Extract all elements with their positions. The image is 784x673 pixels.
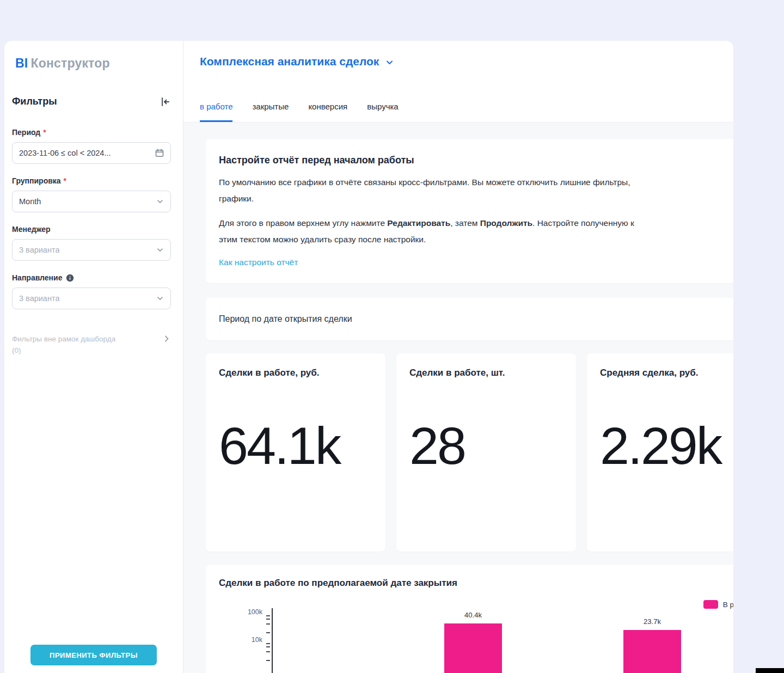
kpi-title: Средняя сделка, руб. — [600, 368, 733, 378]
calendar-icon — [155, 149, 164, 157]
chevron-down-icon — [385, 58, 394, 66]
field-label-direction: Направление — [12, 273, 171, 282]
bar-chart-plot: 100k10k40.4k23.7k — [219, 605, 733, 673]
tab-closed[interactable]: закрытые — [252, 102, 289, 122]
chart-title: Сделки в работе по предполагаемой дате з… — [219, 578, 733, 589]
notice-p2-bold-continue: Продолжить — [480, 218, 532, 228]
y-axis-minor-tick — [266, 646, 270, 647]
kpi-value: 64.1k — [219, 415, 372, 476]
period-date-input[interactable]: 2023-11-06 ≤ col < 2024... — [12, 142, 171, 164]
chevron-down-icon — [156, 295, 164, 302]
field-label-grouping: Группировка * — [12, 176, 171, 185]
kpi-card-deals-count: Сделки в работе, шт. 28 — [396, 353, 576, 552]
notice-p2-text: . Настройте полученную к — [532, 218, 634, 228]
main-area: Комплексная аналитика сделок в работе за… — [183, 41, 733, 673]
y-axis-tick-label: 10k — [219, 636, 262, 644]
field-period: Период * 2023-11-06 ≤ col < 2024... — [12, 128, 171, 164]
direction-select[interactable]: 3 варианта — [12, 287, 171, 309]
manager-select[interactable]: 3 варианта — [12, 239, 171, 261]
kpi-title: Сделки в работе, шт. — [409, 368, 563, 378]
app-window: BIКонструктор Фильтры Период * — [4, 41, 733, 673]
chart-bar[interactable] — [444, 623, 502, 673]
field-label-period: Период * — [12, 128, 171, 137]
kpi-card-deals-rub: Сделки в работе, руб. 64.1k — [206, 353, 385, 552]
chevron-right-icon — [162, 334, 171, 343]
notice-p2-bold-edit: Редактировать — [387, 218, 450, 228]
chevron-down-icon — [156, 198, 164, 205]
tab-conversion[interactable]: конверсия — [308, 102, 347, 122]
required-asterisk: * — [43, 128, 46, 137]
manager-placeholder-value: 3 варианта — [19, 246, 59, 254]
notice-paragraph-2: Для этого в правом верхнем углу нажмите … — [219, 215, 733, 248]
field-direction: Направление 3 варианта — [12, 273, 171, 309]
filters-sidebar: BIКонструктор Фильтры Период * — [4, 41, 183, 673]
outer-filters-link[interactable]: Фильтры вне рамок дашборда (0) — [12, 333, 171, 356]
field-label-text: Группировка — [12, 176, 61, 185]
kpi-card-average-deal: Средняя сделка, руб. 2.29k — [587, 353, 733, 552]
outer-filters-count: (0) — [12, 345, 115, 356]
chevron-down-icon — [156, 246, 164, 254]
y-axis-minor-tick — [266, 660, 270, 661]
kpi-title: Сделки в работе, руб. — [219, 368, 372, 378]
period-date-value: 2023-11-06 ≤ col < 2024... — [19, 149, 111, 157]
deals-by-close-date-chart-card: Сделки в работе по предполагаемой дате з… — [206, 565, 733, 673]
screen-corner-artifact — [756, 668, 784, 673]
bar-value-label: 23.7k — [623, 617, 681, 626]
apply-filters-button[interactable]: ПРИМЕНИТЬ ФИЛЬТРЫ — [30, 645, 157, 665]
dashboard-title-dropdown[interactable]: Комплексная аналитика сделок — [200, 55, 394, 68]
field-manager: Менеджер 3 варианта — [12, 225, 171, 261]
outer-filters-text: Фильтры вне рамок дашборда (0) — [12, 333, 115, 356]
notice-p2-line2: этим текстом можно удалить сразу после н… — [219, 231, 733, 248]
collapse-panel-icon — [160, 96, 171, 107]
tab-revenue[interactable]: выручка — [367, 102, 398, 122]
setup-notice-card: Настройте отчёт перед началом работы По … — [206, 139, 733, 283]
field-label-manager: Менеджер — [12, 225, 171, 234]
notice-title: Настройте отчёт перед началом работы — [219, 155, 733, 166]
main-header: Комплексная аналитика сделок в работе за… — [183, 41, 733, 123]
filters-title: Фильтры — [12, 96, 57, 107]
kpi-value: 28 — [409, 415, 563, 476]
required-asterisk: * — [64, 176, 66, 185]
dashboard-content: Настройте отчёт перед началом работы По … — [183, 123, 733, 673]
field-grouping: Группировка * Month — [12, 176, 171, 212]
y-axis-tick-label: 100k — [219, 608, 262, 616]
kpi-value: 2.29k — [600, 415, 733, 476]
notice-p2-text: , затем — [450, 218, 480, 228]
tab-in-progress[interactable]: в работе — [200, 102, 232, 122]
period-open-date-card: Период по дате открытия сделки — [206, 298, 733, 340]
y-axis-minor-tick — [266, 615, 270, 616]
notice-p2-text: Для этого в правом верхнем углу нажмите — [219, 218, 387, 228]
collapse-sidebar-button[interactable] — [160, 96, 171, 107]
chart-bar[interactable] — [623, 630, 681, 673]
field-label-text: Период — [12, 128, 40, 137]
notice-p1-line2: графики. — [219, 191, 733, 207]
y-axis-minor-tick — [266, 619, 270, 620]
grouping-select[interactable]: Month — [12, 191, 171, 212]
page-background: BIКонструктор Фильтры Период * — [0, 0, 784, 673]
grouping-selected-value: Month — [19, 197, 41, 206]
y-axis-minor-tick — [266, 643, 270, 644]
logo-bi-text: BI — [15, 56, 28, 70]
kpi-row: Сделки в работе, руб. 64.1k Сделки в раб… — [206, 353, 733, 552]
notice-p1-line1: По умолчанию все графики в отчёте связан… — [219, 174, 733, 191]
y-axis-minor-tick — [266, 623, 270, 625]
report-tabs: в работе закрытые конверсия выручка — [200, 102, 733, 122]
field-label-text: Направление — [12, 273, 62, 282]
period-card-title: Период по дате открытия сделки — [219, 314, 352, 324]
page-title: Комплексная аналитика сделок — [200, 55, 379, 68]
y-axis-line — [272, 608, 273, 673]
bar-value-label: 40.4k — [444, 611, 502, 619]
logo-name-text: Конструктор — [30, 56, 109, 70]
field-label-text: Менеджер — [12, 225, 51, 234]
app-logo: BIКонструктор — [15, 56, 183, 71]
info-icon[interactable] — [66, 274, 74, 282]
y-axis-minor-tick — [266, 632, 270, 633]
how-to-setup-link[interactable]: Как настроить отчёт — [219, 258, 298, 267]
notice-paragraph-1: По умолчанию все графики в отчёте связан… — [219, 174, 733, 207]
direction-placeholder-value: 3 варианта — [19, 294, 59, 303]
y-axis-minor-tick — [266, 651, 270, 652]
outer-filters-label: Фильтры вне рамок дашборда — [12, 333, 115, 345]
